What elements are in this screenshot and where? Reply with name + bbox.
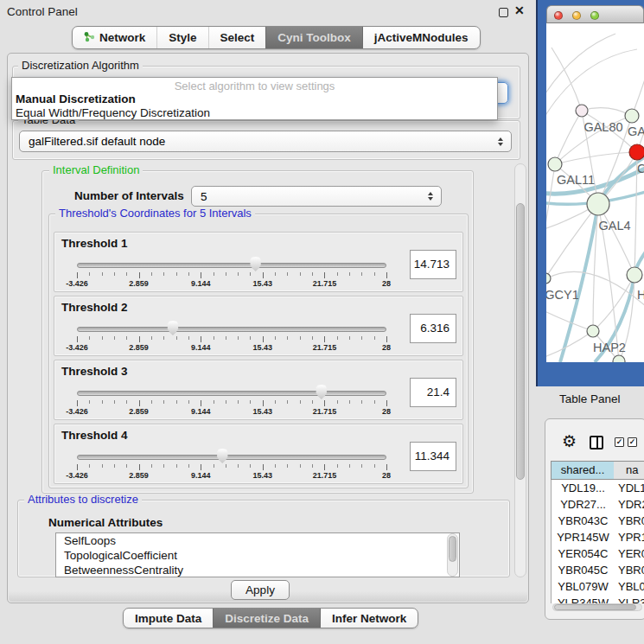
threshold-value-field[interactable]: 14.713 — [410, 250, 456, 279]
slider-thumb[interactable] — [315, 385, 328, 399]
tick-mark — [139, 464, 140, 470]
network-node[interactable] — [587, 325, 599, 337]
gear-icon[interactable]: ⚙ — [562, 433, 577, 450]
tick-mark — [139, 272, 140, 278]
tab-select[interactable]: Select — [208, 27, 266, 48]
close-icon[interactable]: ✕ — [514, 3, 525, 17]
network-edge[interactable] — [555, 111, 582, 164]
threshold-label: Threshold 4 — [61, 429, 128, 442]
slider-track[interactable] — [77, 263, 386, 268]
tick-label: -3.426 — [51, 343, 103, 352]
tick-mark — [102, 464, 103, 468]
slider-track[interactable] — [77, 455, 386, 460]
network-node[interactable] — [629, 144, 644, 160]
table-row[interactable]: YBR045CYBR0 — [552, 562, 644, 578]
column-header-name[interactable]: na — [614, 461, 644, 480]
slider-thumb[interactable] — [249, 257, 262, 271]
algorithm-option-manual[interactable]: Manual Discretization — [16, 92, 136, 105]
tick-mark — [126, 464, 127, 468]
table-row[interactable]: YLR345WYLR3 — [552, 595, 644, 603]
tab-label: Discretize Data — [225, 612, 309, 625]
tab-cyni-toolbox[interactable]: Cyni Toolbox — [265, 27, 362, 48]
tick-mark — [126, 336, 127, 340]
cell-shared-name: YBR043C — [552, 513, 615, 529]
attributes-list-scrollbar[interactable] — [447, 533, 458, 577]
threshold-value-field[interactable]: 6.316 — [410, 314, 456, 343]
network-edge[interactable] — [546, 34, 615, 103]
table-row[interactable]: YDR27...YDR2 — [552, 496, 644, 513]
tick-mark — [349, 400, 350, 404]
tick-mark — [89, 464, 90, 468]
tab-network[interactable]: Network — [73, 27, 156, 48]
list-item[interactable]: SelfLoops — [56, 533, 459, 548]
table-data-combobox[interactable]: galFiltered.sif default node — [19, 131, 512, 152]
checkbox-icon[interactable]: ✓ — [628, 437, 637, 447]
network-node[interactable] — [625, 109, 639, 123]
cell-shared-name: YER054C — [552, 545, 615, 562]
cell-shared-name: YDR27... — [552, 496, 615, 513]
tick-mark — [176, 336, 177, 340]
network-edge[interactable] — [582, 108, 632, 116]
number-of-intervals-label: Number of Intervals — [74, 189, 184, 202]
tick-mark — [214, 336, 214, 340]
network-view-canvas[interactable]: GAL80GACGAL11GAL4GCY1HHAP2 — [546, 23, 644, 362]
tick-label: -3.426 — [51, 279, 103, 288]
scrollbar-thumb[interactable] — [554, 604, 636, 610]
tick-mark — [312, 400, 313, 404]
checkbox-icon[interactable]: ✓ — [615, 437, 624, 447]
network-window-titlebar[interactable] — [546, 5, 644, 23]
network-edge[interactable] — [560, 204, 598, 362]
tab-style[interactable]: Style — [156, 27, 207, 48]
threshold-value-field[interactable]: 21.4 — [410, 378, 456, 407]
tab-impute-data[interactable]: Impute Data — [124, 609, 213, 628]
table-horizontal-scrollbar[interactable] — [552, 603, 642, 611]
minimize-light[interactable] — [572, 11, 581, 20]
column-header-shared-name[interactable]: shared... — [551, 461, 615, 480]
split-table-icon[interactable] — [590, 436, 603, 450]
slider-track[interactable] — [77, 327, 386, 332]
network-node[interactable] — [627, 267, 642, 283]
network-node[interactable] — [546, 273, 551, 284]
tick-mark — [287, 272, 288, 276]
scrollbar-thumb[interactable] — [516, 203, 525, 480]
network-node[interactable] — [576, 105, 588, 117]
tick-label: 28 — [360, 407, 412, 416]
bottom-tab-strip: Impute DataDiscretize DataInfer Network — [123, 608, 418, 628]
network-node[interactable] — [587, 193, 609, 215]
threshold-box-3: Threshold 3-3.4262.8599.14415.4321.71528… — [54, 360, 463, 420]
table-row[interactable]: YPR145WYPR1 — [552, 529, 644, 545]
tick-mark — [263, 464, 264, 470]
table-row[interactable]: YDL19...YDL1 — [552, 480, 644, 496]
table-row[interactable]: YBL079WYBL0 — [552, 578, 644, 595]
slider-thumb[interactable] — [166, 321, 179, 335]
settings-scrollbar[interactable] — [514, 163, 526, 577]
tick-mark — [263, 336, 264, 342]
table-row[interactable]: YBR043CYBR0 — [552, 513, 644, 529]
apply-button[interactable]: Apply — [231, 580, 290, 600]
network-node[interactable] — [613, 355, 625, 362]
list-item[interactable]: BetweennessCentrality — [56, 563, 459, 577]
algorithm-placeholder-option[interactable]: Select algorithm to view settings — [12, 80, 497, 92]
number-of-intervals-value: 5 — [201, 190, 207, 203]
cell-name: YPR1 — [618, 529, 644, 545]
table-row[interactable]: YER054CYER0 — [552, 545, 644, 562]
algorithm-option-equal-width[interactable]: Equal Width/Frequency Discretization — [16, 106, 210, 119]
tab-discretize-data[interactable]: Discretize Data — [213, 609, 320, 628]
scrollbar-thumb[interactable] — [449, 536, 456, 562]
number-of-intervals-combobox[interactable]: 5 — [191, 186, 442, 207]
tick-mark — [374, 336, 375, 340]
network-edge[interactable] — [546, 164, 555, 258]
tab-jactivemnodules[interactable]: jActiveMNodules — [362, 27, 480, 48]
threshold-value-field[interactable]: 11.344 — [410, 442, 456, 471]
node-label: GA — [628, 124, 644, 138]
close-light[interactable] — [554, 11, 563, 20]
tab-infer-network[interactable]: Infer Network — [320, 609, 418, 628]
float-window-icon[interactable] — [499, 8, 508, 17]
network-node[interactable] — [548, 157, 562, 171]
cell-shared-name: YBL079W — [552, 578, 615, 595]
list-item[interactable]: TopologicalCoefficient — [56, 548, 459, 563]
slider-thumb[interactable] — [216, 449, 229, 463]
slider-track[interactable] — [77, 391, 386, 396]
zoom-light[interactable] — [590, 11, 599, 20]
tick-mark — [324, 400, 325, 406]
